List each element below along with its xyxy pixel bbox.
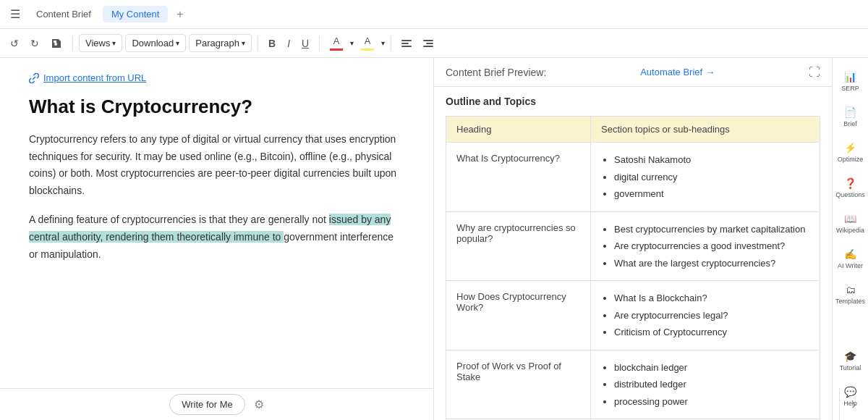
sidebar-item-wikipedia[interactable]: 📖Wikipedia [833,206,868,241]
table-row-heading: How Does Cryptocurrency Work? [446,281,591,350]
views-dropdown[interactable]: Views ▾ [79,34,122,52]
menu-button[interactable]: ☰ [6,4,25,24]
underline-button[interactable]: U [297,35,313,52]
paragraph-dropdown[interactable]: Paragraph ▾ [189,34,252,52]
italic-button[interactable]: I [283,35,294,52]
sidebar-item-templates[interactable]: 🗂Templates [833,277,868,312]
views-chevron-icon: ▾ [112,39,116,47]
templates-icon: 🗂 [846,284,856,295]
divider-1 [72,36,73,51]
outline-title: Outline and Topics [446,96,820,107]
paragraph-1[interactable]: Cryptocurrency refers to any type of dig… [29,131,404,200]
table-row-topics: blockchain ledgerdistributed ledgerproce… [591,350,820,419]
divider-2 [258,36,258,51]
questions-icon: ❓ [844,177,856,189]
paragraph-2[interactable]: A defining feature of cryptocurrencies i… [29,211,404,263]
highlight-chevron-icon[interactable]: ▾ [381,39,385,47]
highlight-color-dropdown[interactable]: A [357,33,378,54]
import-url-link[interactable]: Import content from URL [29,72,404,83]
brief-icon: 📄 [844,106,856,118]
automate-brief-arrow-icon: → [705,67,715,77]
write-settings-icon[interactable]: ⚙ [254,398,264,411]
preview-header: Content Brief Preview: Automate Brief → … [434,58,832,87]
serp-icon: 📊 [844,71,856,83]
right-sidebar: 📊SERP📄Brief⚡Optimize❓Questions📖Wikipedia… [832,58,868,420]
sidebar-item-label: Tutorial [840,364,861,371]
table-topic-item: digital currency [614,170,809,185]
table-topic-item: government [614,187,809,201]
table-topic-item: Satoshi Nakamoto [614,153,809,167]
table-topic-item: What are the largest cryptocurrencies? [614,256,809,271]
sidebar-item-label: Brief [843,120,857,127]
tab-my-content[interactable]: My Content [103,6,168,22]
paragraph-chevron-icon: ▾ [242,39,245,47]
automate-brief-button[interactable]: Automate Brief → [640,67,715,77]
ai-writer-icon: ✍ [844,248,856,260]
top-navigation: ☰ Content Brief My Content + [0,0,868,29]
align-right-button[interactable] [419,37,438,50]
sidebar-item-tutorial[interactable]: 🎓Tutorial [833,343,868,379]
table-col2-header: Section topics or sub-headings [591,117,820,143]
highlight-color-indicator [361,49,374,51]
font-color-dropdown[interactable]: A [326,33,347,54]
table-row-heading: What Is Cryptocurrency? [446,143,591,212]
outline-table: Heading Section topics or sub-headings W… [446,116,820,420]
divider-4 [391,36,391,51]
table-row-topics: What Is a Blockchain?Are cryptocurrencie… [591,281,820,350]
table-row-heading: Proof of Work vs Proof of Stake [446,350,591,419]
table-topic-item: Criticism of Cryptocurrency [614,325,809,340]
sidebar-item-label: Templates [835,298,865,305]
sidebar-item-label: AI Writer [838,262,863,269]
font-color-chevron-icon[interactable]: ▾ [350,39,354,47]
sidebar-item-label: Questions [835,191,865,198]
preview-title-label: Content Brief Preview: [446,67,546,78]
tab-content-brief[interactable]: Content Brief [27,6,100,22]
sidebar-item-label: SERP [841,85,859,92]
table-topic-item: What Is a Blockchain? [614,291,809,306]
main-content: Import content from URL What is Cryptocu… [0,58,868,420]
table-row-topics: Best cryptocurrencies by market capitali… [591,211,820,281]
wikipedia-icon: 📖 [844,213,856,224]
editor-content-area[interactable]: Import content from URL What is Cryptocu… [0,58,433,388]
undo-button[interactable]: ↺ [6,35,23,52]
download-dropdown[interactable]: Download ▾ [125,34,186,52]
download-chevron-icon: ▾ [176,39,179,47]
table-col1-header: Heading [446,117,591,143]
editor-bottom-bar: Write for Me ⚙ › [0,388,433,420]
preview-panel: Content Brief Preview: Automate Brief → … [434,58,832,420]
align-left-button[interactable] [397,37,416,50]
table-topic-item: Best cryptocurrencies by market capitali… [614,222,809,237]
sidebar-item-label: Optimize [838,156,864,163]
table-topic-item: processing power [614,395,809,409]
table-topic-item: blockchain ledger [614,361,809,375]
sidebar-item-serp[interactable]: 📊SERP [833,64,868,99]
sidebar-item-questions[interactable]: ❓Questions [833,170,868,206]
expand-preview-icon[interactable]: ⛶ [809,66,820,79]
document-title[interactable]: What is Cryptocurrency? [29,95,404,119]
paragraph-2-prefix: A defining feature of cryptocurrencies i… [29,214,326,225]
write-for-me-button[interactable]: Write for Me [169,394,245,415]
bold-button[interactable]: B [264,35,280,52]
save-button[interactable] [46,35,67,52]
tutorial-icon: 🎓 [844,350,856,362]
sidebar-item-brief[interactable]: 📄Brief [833,99,868,135]
sidebar-item-optimize[interactable]: ⚡Optimize [833,135,868,170]
sidebar-item-label: Wikipedia [836,227,864,234]
optimize-icon: ⚡ [844,142,856,154]
redo-button[interactable]: ↻ [26,35,43,52]
add-tab-button[interactable]: + [171,5,189,24]
table-topic-item: Are cryptocurrencies a good investment? [614,239,809,253]
table-topic-item: Are cryptocurrencies legal? [614,308,809,323]
preview-content-area: Outline and Topics Heading Section topic… [434,87,832,420]
editor-panel: Import content from URL What is Cryptocu… [0,58,434,420]
table-row-topics: Satoshi Nakamotodigital currencygovernme… [591,143,820,212]
sidebar-item-ai-writer[interactable]: ✍AI Writer [833,241,868,277]
table-topic-item: distributed ledger [614,377,809,392]
divider-3 [319,36,320,51]
font-color-indicator [330,49,343,51]
editor-toolbar: ↺ ↻ Views ▾ Download ▾ Paragraph ▾ B I U… [0,29,868,58]
table-row-heading: Why are cryptocurrencies so popular? [446,211,591,281]
